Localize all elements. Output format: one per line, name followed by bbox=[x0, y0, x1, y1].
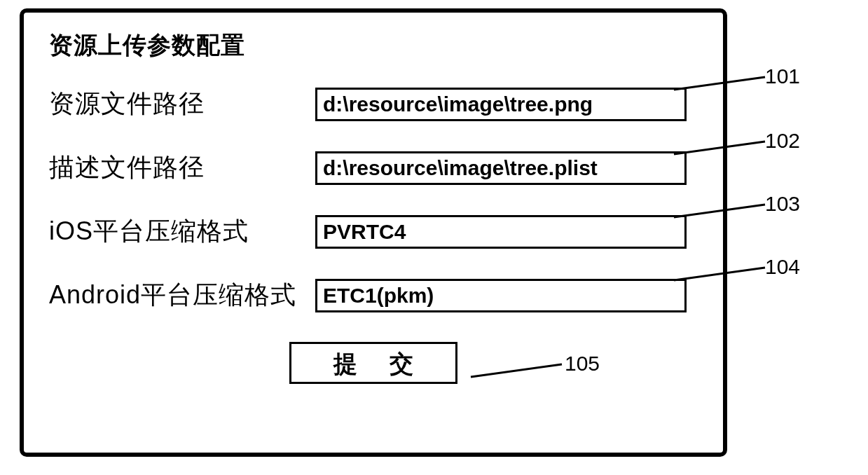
label-ios-format: iOS平台压缩格式 bbox=[49, 214, 315, 249]
label-android-format: Android平台压缩格式 bbox=[49, 278, 315, 312]
input-android-format[interactable] bbox=[315, 279, 687, 312]
dialog-title: 资源上传参数配置 bbox=[49, 29, 698, 62]
input-resource-path[interactable] bbox=[315, 88, 687, 121]
submit-button[interactable]: 提 交 bbox=[289, 342, 457, 384]
callout-104: 104 bbox=[765, 255, 800, 279]
callout-103: 103 bbox=[765, 192, 800, 216]
label-desc-path: 描述文件路径 bbox=[49, 151, 315, 185]
canvas: 资源上传参数配置 资源文件路径 描述文件路径 iOS平台压缩格式 Android… bbox=[0, 0, 868, 475]
input-desc-path[interactable] bbox=[315, 151, 687, 185]
row-resource-path: 资源文件路径 bbox=[49, 87, 698, 121]
input-ios-format[interactable] bbox=[315, 215, 687, 249]
row-ios-format: iOS平台压缩格式 bbox=[49, 214, 698, 249]
row-android-format: Android平台压缩格式 bbox=[49, 278, 698, 312]
submit-row: 提 交 bbox=[49, 342, 698, 384]
callout-102: 102 bbox=[765, 129, 800, 153]
label-resource-path: 资源文件路径 bbox=[49, 87, 315, 121]
callout-101: 101 bbox=[765, 64, 800, 88]
upload-config-dialog: 资源上传参数配置 资源文件路径 描述文件路径 iOS平台压缩格式 Android… bbox=[20, 8, 727, 457]
row-desc-path: 描述文件路径 bbox=[49, 151, 698, 185]
callout-105: 105 bbox=[565, 352, 600, 376]
